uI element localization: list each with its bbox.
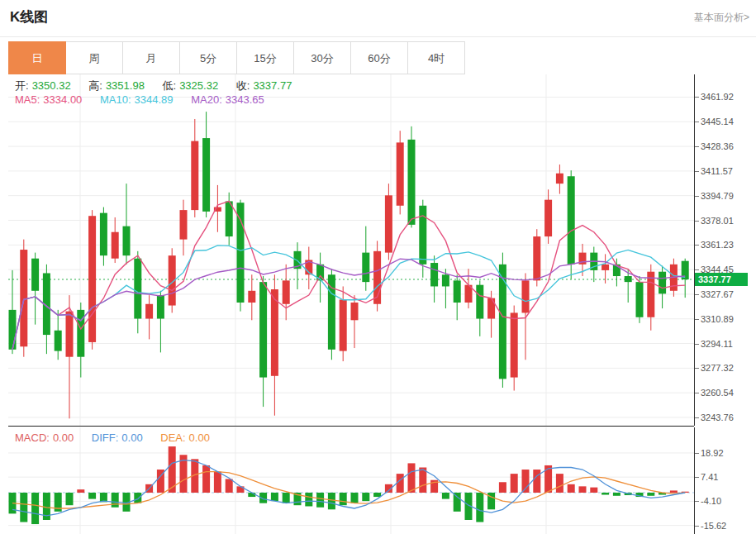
y-axis-label: -4.10	[701, 496, 721, 506]
tab-item[interactable]: 5分	[179, 41, 237, 74]
y-axis-label: 3277.32	[701, 363, 734, 373]
kline-app: K线图 基本面分析> 日周月5分15分30分60分4时 开:3350.32 高:…	[0, 0, 756, 534]
y-axis-label: 3327.67	[701, 289, 734, 299]
ma-legend: MA5:3334.00 MA10:3344.89 MA20:3343.65	[15, 93, 268, 106]
tab-item[interactable]: 月	[122, 41, 180, 74]
low-value: 3325.32	[179, 79, 218, 92]
y-axis-label: 18.92	[701, 448, 724, 458]
ma10-value: 3344.89	[135, 93, 174, 106]
y-axis-label: 3260.54	[701, 388, 734, 398]
main-chart-svg	[8, 74, 694, 426]
y-axis-label: 3378.01	[701, 216, 734, 226]
y-axis-label: 7.41	[701, 472, 718, 482]
close-label: 收:	[236, 79, 250, 92]
y-axis-label: 3243.76	[701, 412, 734, 422]
y-axis-label: 3411.57	[701, 166, 733, 176]
y-axis-label: 3428.36	[701, 141, 734, 151]
fundamental-analysis-link[interactable]: 基本面分析>	[694, 11, 749, 25]
macd-label: MACD:	[15, 431, 50, 444]
low-label: 低:	[163, 79, 177, 92]
main-candlestick-chart[interactable]	[8, 74, 694, 427]
diff-value: 0.00	[121, 431, 142, 444]
open-value: 3350.32	[32, 79, 71, 92]
ma10-label: MA10:	[100, 93, 131, 106]
close-value: 3337.77	[253, 79, 292, 92]
y-axis-label: 3310.89	[701, 314, 734, 324]
tab-item[interactable]: 周	[65, 41, 123, 74]
ma5-label: MA5:	[15, 93, 40, 106]
open-label: 开:	[15, 79, 29, 92]
macd-y-axis: 18.927.41-4.10-15.62	[694, 427, 756, 534]
page-title: K线图	[10, 7, 48, 26]
current-price-tag: 3337.77	[695, 273, 748, 286]
y-axis-label: 3461.92	[701, 92, 734, 102]
tab-item[interactable]: 4时	[407, 41, 465, 74]
ma5-value: 3334.00	[43, 93, 82, 106]
main-y-axis: 3461.923445.143428.363411.573394.793378.…	[694, 74, 756, 426]
diff-label: DIFF:	[92, 431, 119, 444]
dea-label: DEA:	[160, 431, 185, 444]
tab-item[interactable]: 60分	[350, 41, 408, 74]
tab-item[interactable]: 15分	[236, 41, 294, 74]
ma20-value: 3343.65	[226, 93, 264, 106]
interval-tabbar: 日周月5分15分30分60分4时	[8, 41, 465, 74]
y-axis-label: -15.62	[701, 521, 726, 531]
ohlc-legend: 开:3350.32 高:3351.98 低:3325.32 收:3337.77	[15, 79, 295, 93]
tab-item[interactable]: 30分	[293, 41, 351, 74]
y-axis-label: 3445.14	[701, 117, 734, 126]
tab-item[interactable]: 日	[8, 41, 66, 74]
y-axis-label: 3294.11	[701, 339, 733, 349]
y-axis-label: 3361.23	[701, 240, 734, 250]
y-axis-label: 3394.79	[701, 191, 734, 201]
header: K线图 基本面分析>	[0, 0, 756, 37]
macd-value: 0.00	[53, 431, 74, 444]
ma20-label: MA20:	[191, 93, 222, 106]
macd-legend: MACD:0.00 DIFF:0.00 DEA:0.00	[15, 431, 213, 444]
high-value: 3351.98	[106, 79, 145, 92]
high-label: 高:	[88, 79, 102, 92]
dea-value: 0.00	[189, 431, 210, 444]
